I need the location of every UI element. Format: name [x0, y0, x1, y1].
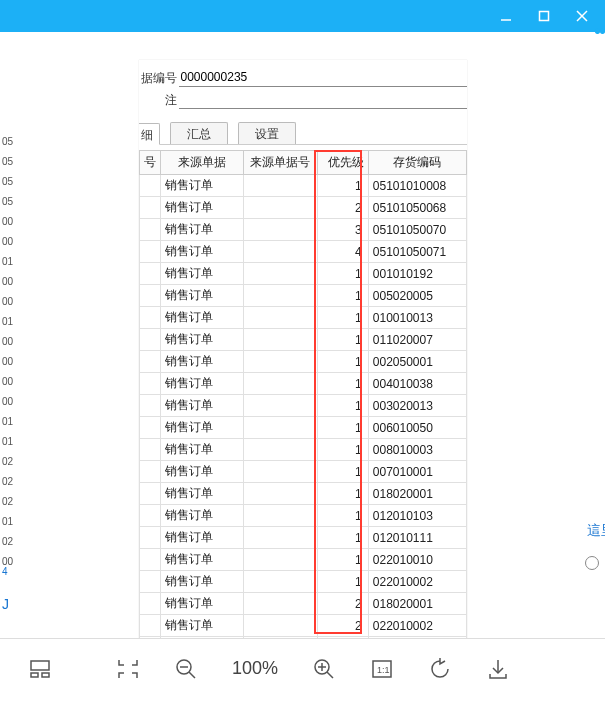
left-blue-1: 4 — [2, 562, 8, 582]
table-row[interactable]: 销售订单2022010002 — [139, 615, 466, 637]
actual-size-button[interactable]: 1:1 — [366, 653, 398, 685]
titlebar — [0, 0, 605, 32]
table-row[interactable]: 销售订单1022010002 — [139, 571, 466, 593]
left-markers: 0505050500000100000100000000010102020201… — [2, 132, 13, 572]
table-row[interactable]: 销售订单1001010192 — [139, 263, 466, 285]
col-num[interactable]: 号 — [139, 151, 160, 175]
table-row[interactable]: 销售订单2018020001 — [139, 593, 466, 615]
table-row[interactable]: 销售订单205101050068 — [139, 197, 466, 219]
download-button[interactable] — [482, 653, 514, 685]
svg-rect-6 — [42, 673, 49, 677]
table-row[interactable]: 销售订单1003020013 — [139, 395, 466, 417]
remark-field[interactable] — [179, 91, 467, 109]
svg-rect-5 — [31, 673, 38, 677]
col-srcno[interactable]: 来源单据号 — [243, 151, 317, 175]
table-row[interactable]: 销售订单1004010038 — [139, 373, 466, 395]
table-row[interactable]: 销售订单1010010013 — [139, 307, 466, 329]
tab-bar: 细 汇总 设置 — [139, 122, 467, 145]
circle-icon[interactable] — [585, 556, 599, 570]
table-row[interactable]: 销售订单1005020005 — [139, 285, 466, 307]
tab-detail[interactable]: 细 — [139, 123, 160, 145]
table-row[interactable]: 销售订单1007010001 — [139, 461, 466, 483]
viewer-toolbar: 100% 1:1 — [0, 638, 605, 698]
thumbnails-button[interactable] — [24, 653, 56, 685]
tab-settings[interactable]: 设置 — [238, 122, 296, 144]
rotate-button[interactable] — [424, 653, 456, 685]
table-row[interactable]: 销售订单1012010111 — [139, 527, 466, 549]
table-row[interactable]: 销售订单1018020001 — [139, 483, 466, 505]
table-row[interactable]: 销售订单1006010050 — [139, 417, 466, 439]
right-hint-text: 這里 — [587, 522, 605, 540]
svg-text:1:1: 1:1 — [377, 665, 390, 675]
zoom-level[interactable]: 100% — [228, 658, 282, 679]
zoom-in-button[interactable] — [308, 653, 340, 685]
col-src[interactable]: 来源单据 — [160, 151, 243, 175]
col-code[interactable]: 存货编码 — [368, 151, 466, 175]
left-blue-2: J — [2, 594, 9, 614]
main-panel: 据编号 0000000235 注 细 汇总 设置 号 来源单据 — [139, 60, 467, 638]
svg-rect-1 — [540, 12, 549, 21]
table-row[interactable]: 销售订单1022010010 — [139, 549, 466, 571]
table-row[interactable]: 销售订单2001010202 — [139, 637, 466, 639]
table-row[interactable]: 销售订单1008010003 — [139, 439, 466, 461]
table-row[interactable]: 销售订单1011020007 — [139, 329, 466, 351]
zoom-out-button[interactable] — [170, 653, 202, 685]
table-row[interactable]: 销售订单405101050071 — [139, 241, 466, 263]
svg-line-11 — [327, 672, 333, 678]
table-row[interactable]: 销售订单1012010103 — [139, 505, 466, 527]
svg-rect-4 — [31, 661, 49, 670]
code-label: 据编号 — [139, 70, 179, 87]
maximize-button[interactable] — [525, 2, 563, 30]
table-row[interactable]: 销售订单305101050070 — [139, 219, 466, 241]
svg-line-8 — [189, 672, 195, 678]
data-table: 号 来源单据 来源单据号 优先级 存货编码 销售订单105101010008销售… — [139, 150, 467, 638]
minimize-button[interactable] — [487, 2, 525, 30]
tab-summary[interactable]: 汇总 — [170, 122, 228, 144]
remark-label: 注 — [139, 92, 179, 109]
table-row[interactable]: 销售订单1002050001 — [139, 351, 466, 373]
table-row[interactable]: 销售订单105101010008 — [139, 175, 466, 197]
crop-button[interactable] — [112, 653, 144, 685]
code-field[interactable]: 0000000235 — [179, 69, 467, 87]
col-priority[interactable]: 优先级 — [317, 151, 368, 175]
